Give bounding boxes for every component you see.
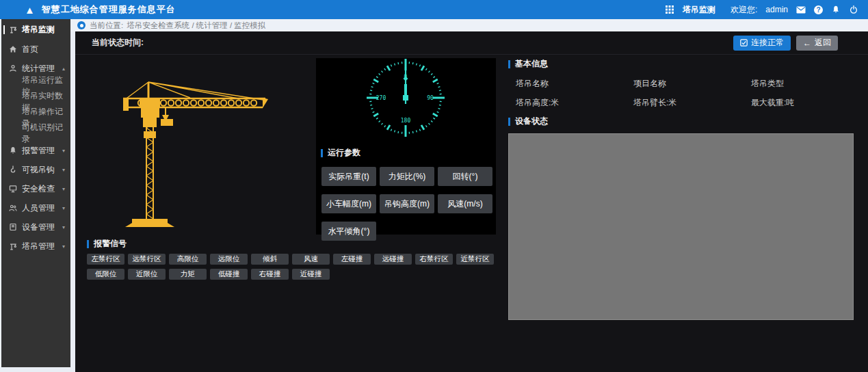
sidebar-item-safety-check[interactable]: 安全检查 ▾ — [1, 179, 70, 198]
app-root: ▲ 智慧工地综合管理服务信息平台 塔吊监测 欢迎您: admin ? — [0, 0, 868, 372]
alarm-signal-chip: 低限位 — [87, 269, 124, 280]
device-icon — [9, 223, 17, 231]
alarm-signal-chip: 力矩 — [169, 269, 207, 280]
main-content: 当前状态时间: 连接正常 ← 返回 — [75, 31, 868, 372]
info-panel: 基本信息 塔吊名称项目名称塔吊类型塔吊高度:米塔吊臂长:米最大载重:吨 设备状态 — [508, 58, 862, 320]
info-field-label: 项目名称 — [633, 78, 751, 90]
connect-status-button[interactable]: 连接正常 — [733, 36, 791, 51]
chevron-down-icon: ▾ — [62, 243, 65, 250]
welcome-label: 欢迎您: — [731, 4, 757, 16]
sidebar-item-crane-manage[interactable]: 塔吊管理 ▾ — [1, 237, 70, 256]
help-icon[interactable]: ? — [814, 5, 823, 14]
gauge-panel: 0 90 180 270 运行参数 实际吊重(t)力矩比(%)回转(°)小车幅度… — [316, 58, 496, 235]
sidebar-item-label: 安全检查 — [22, 183, 55, 195]
sidebar-title-label: 塔吊监测 — [22, 24, 55, 36]
alarm-signal-chip: 近禁行区 — [456, 254, 494, 265]
back-button[interactable]: ← 返回 — [796, 36, 838, 51]
tower-crane-graphic — [123, 79, 268, 227]
bell-icon[interactable] — [831, 5, 841, 14]
mail-icon[interactable] — [796, 5, 806, 14]
people-icon — [9, 204, 17, 212]
sidebar-item-label: 报警管理 — [22, 145, 55, 157]
sidebar-item-home[interactable]: 首页 — [1, 40, 70, 59]
username[interactable]: admin — [765, 5, 788, 14]
home-icon — [9, 45, 17, 53]
dial-label-270: 270 — [376, 95, 386, 101]
sidebar-item-personnel[interactable]: 人员管理 ▾ — [1, 198, 70, 217]
sidebar-title[interactable]: 塔吊监测 — [1, 19, 70, 40]
dial-needle — [403, 67, 408, 104]
apps-grid-icon[interactable] — [665, 5, 674, 14]
run-params-title: 运行参数 — [321, 147, 496, 159]
power-icon[interactable] — [849, 5, 858, 14]
basic-info-title: 基本信息 — [508, 58, 862, 70]
run-param-tile: 回转(°) — [438, 167, 492, 186]
top-header: ▲ 智慧工地综合管理服务信息平台 塔吊监测 欢迎您: admin ? — [0, 0, 868, 19]
app-title: 智慧工地综合管理服务信息平台 — [42, 3, 176, 16]
chevron-down-icon: ▾ — [62, 186, 65, 192]
statistics-icon — [9, 64, 17, 72]
chevron-down-icon: ▾ — [62, 148, 65, 154]
device-status-title: 设备状态 — [508, 116, 862, 127]
alarm-signal-chip: 倾斜 — [251, 254, 289, 265]
breadcrumb-path[interactable]: 塔吊安全检查系统 / 统计管理 / 监控模拟 — [127, 21, 265, 31]
active-indicator — [3, 25, 5, 34]
alarm-signal-chip: 低碰撞 — [210, 269, 248, 280]
info-field-label: 最大载重:吨 — [751, 97, 862, 109]
sidebar-item-visual-hook[interactable]: 可视吊钩 ▾ — [1, 160, 70, 179]
bell-icon — [9, 146, 17, 155]
sidebar-item-label: 可视吊钩 — [22, 164, 55, 176]
run-params-grid: 实际吊重(t)力矩比(%)回转(°)小车幅度(m)吊钩高度(m)风速(m/s)水… — [321, 167, 496, 241]
sidebar-item-label: 设备管理 — [22, 222, 55, 233]
tower-crane-icon — [9, 242, 17, 250]
run-param-tile: 小车幅度(m) — [321, 194, 376, 213]
sidebar-item-equipment[interactable]: 设备管理 ▾ — [1, 217, 70, 237]
alarm-signal-chip: 远碰撞 — [374, 254, 412, 265]
alarm-signals-section: 报警信号 左禁行区远禁行区高限位远限位倾斜风速左碰撞远碰撞右禁行区近禁行区 低限… — [87, 238, 525, 280]
alarm-row-2: 低限位近限位力矩低碰撞右碰撞近碰撞 — [87, 269, 525, 280]
alarm-signal-chip: 近限位 — [128, 269, 166, 280]
alarm-signal-chip: 右碰撞 — [251, 269, 289, 280]
alarm-signal-chip: 远禁行区 — [128, 254, 166, 265]
chevron-up-icon: ▴ — [62, 66, 65, 72]
run-param-tile: 风速(m/s) — [438, 194, 492, 213]
run-param-tile: 力矩比(%) — [380, 167, 434, 186]
sidebar: 塔吊监测 首页 统计管理 ▴ 塔吊运行监控塔吊实时数据塔吊操作记录司机识别记录 … — [0, 19, 70, 367]
run-param-tile: 吊钩高度(m) — [380, 194, 434, 213]
header-module-label[interactable]: 塔吊监测 — [683, 4, 715, 16]
sidebar-item-label: 塔吊管理 — [22, 241, 55, 252]
status-toolbar: 当前状态时间: 连接正常 ← 返回 — [75, 31, 868, 55]
alarm-signal-chip: 高限位 — [169, 254, 207, 265]
rotation-compass-gauge: 0 90 180 270 — [316, 58, 496, 142]
alarm-signal-chip: 右禁行区 — [415, 254, 453, 265]
chevron-down-icon: ▾ — [62, 224, 65, 230]
hook-icon — [9, 165, 17, 174]
sidebar-item-label: 首页 — [22, 44, 38, 55]
alarm-row-1: 左禁行区远禁行区高限位远限位倾斜风速左碰撞远碰撞右禁行区近禁行区 — [87, 254, 525, 265]
chevron-down-icon: ▾ — [62, 205, 65, 211]
alarm-signal-chip: 左碰撞 — [333, 254, 371, 265]
monitor-icon — [9, 185, 17, 193]
info-field-label: 塔吊臂长:米 — [633, 97, 751, 109]
info-field-label: 塔吊名称 — [516, 78, 633, 90]
dial-label-90: 90 — [427, 95, 434, 101]
header-right: 塔吊监测 欢迎您: admin ? — [665, 4, 858, 16]
alarm-signal-chip: 左禁行区 — [87, 254, 124, 265]
alarm-signals-title: 报警信号 — [87, 238, 525, 250]
back-label: 返回 — [815, 37, 831, 49]
sidebar-submenu: 塔吊运行监控塔吊实时数据塔吊操作记录司机识别记录 — [1, 78, 70, 141]
sidebar-item-label: 统计管理 — [22, 63, 55, 75]
info-field-label: 塔吊高度:米 — [516, 97, 633, 109]
status-time-label: 当前状态时间: — [92, 37, 144, 49]
logo-icon: ▲ — [25, 5, 35, 15]
tower-crane-icon — [9, 25, 17, 34]
sidebar-subitem[interactable]: 司机识别记录 — [1, 125, 70, 141]
check-square-icon — [740, 39, 748, 46]
device-status-panel — [508, 133, 854, 320]
alarm-signal-chip: 远限位 — [210, 254, 248, 265]
back-arrow-icon: ← — [803, 38, 811, 48]
basic-info-grid: 塔吊名称项目名称塔吊类型塔吊高度:米塔吊臂长:米最大载重:吨 — [516, 78, 862, 109]
info-field-label: 塔吊类型 — [751, 78, 862, 90]
sidebar-item-label: 人员管理 — [22, 202, 55, 214]
breadcrumb: 当前位置: 塔吊安全检查系统 / 统计管理 / 监控模拟 — [70, 19, 868, 31]
